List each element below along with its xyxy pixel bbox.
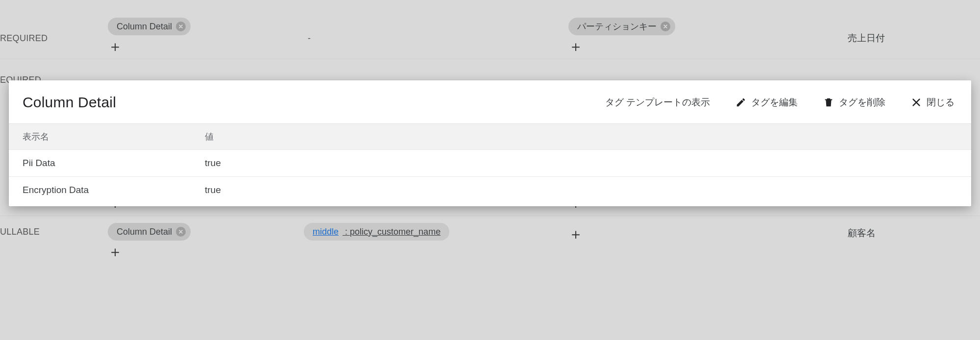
panel-title: Column Detail [23,94,605,111]
add-tag-button[interactable]: ＋ [108,37,122,59]
show-tag-template-button[interactable]: タグ テンプレートの表示 [605,96,710,109]
policy-tag-chip[interactable]: middle : policy_customer_name [304,223,449,241]
action-label: タグ テンプレートの表示 [605,96,710,109]
col-header-name: 表示名 [9,124,205,150]
tag-values-table: 表示名 値 Pii Data true Encryption Data true [9,123,971,203]
trash-icon [823,97,834,108]
tag-chip-label: Column Detail [117,227,172,237]
close-icon [911,97,922,108]
field-value: true [205,177,971,204]
column-mode: ULLABLE [0,223,108,237]
remove-tag-icon[interactable] [176,22,186,31]
field-name: Pii Data [9,150,205,177]
col-header-value: 値 [205,124,971,150]
action-label: タグを削除 [839,96,885,109]
tag-chip-column-detail[interactable]: Column Detail [108,223,191,241]
schema-row: ULLABLE Column Detail ＋ middle : policy_… [0,216,980,269]
column-description: 顧客名 [848,223,980,240]
column-mode: REQUIRED [0,33,108,44]
field-name: Encryption Data [9,177,205,204]
close-button[interactable]: 閉じる [911,96,955,109]
schema-row: REQUIRED Column Detail ＋ - パーティションキー ＋ 売… [0,0,980,59]
column-detail-panel: Column Detail タグ テンプレートの表示 タグを編集 タグを削除 閉… [9,80,971,206]
panel-header: Column Detail タグ テンプレートの表示 タグを編集 タグを削除 閉… [9,80,971,123]
table-row: Pii Data true [9,150,971,177]
remove-tag-icon[interactable] [661,22,670,31]
edit-tag-button[interactable]: タグを編集 [735,96,798,109]
column-description: 売上日付 [848,32,980,45]
policy-cell: - [304,33,568,44]
tag-chip-column-detail[interactable]: Column Detail [108,18,191,35]
add-tag-button[interactable]: ＋ [568,37,583,59]
action-label: タグを編集 [751,96,798,109]
tag-chip-label: Column Detail [117,22,172,32]
policy-tag-key: middle [313,227,339,237]
field-value: true [205,150,971,177]
add-tag-button[interactable]: ＋ [568,225,583,246]
delete-tag-button[interactable]: タグを削除 [823,96,885,109]
tag-chip-partition-key[interactable]: パーティションキー [568,18,675,35]
table-row: Encryption Data true [9,177,971,204]
remove-tag-icon[interactable] [176,227,186,237]
policy-tag-map: : policy_customer_name [343,227,441,237]
add-tag-button[interactable]: ＋ [108,243,122,264]
pencil-icon [735,97,746,108]
tag-chip-label: パーティションキー [577,21,657,32]
action-label: 閉じる [927,96,955,109]
